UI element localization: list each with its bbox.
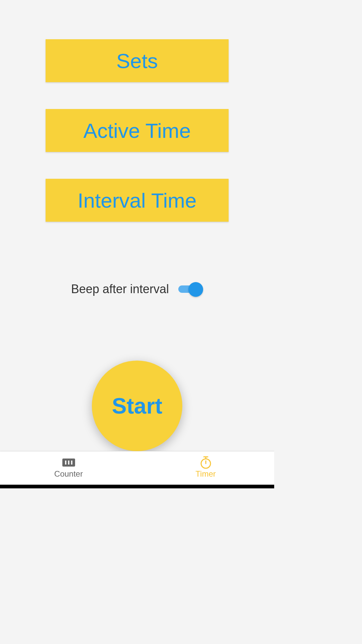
svg-rect-1 <box>65 461 66 465</box>
nav-counter[interactable]: Counter <box>0 451 137 485</box>
interval-time-button[interactable]: Interval Time <box>46 179 229 222</box>
bottom-navigation: Counter Timer <box>0 451 274 485</box>
beep-toggle-row: Beep after interval <box>71 282 203 296</box>
nav-timer-label: Timer <box>195 469 216 479</box>
timer-icon <box>199 457 213 468</box>
interval-time-button-label: Interval Time <box>78 189 197 212</box>
start-button[interactable]: Start <box>92 361 182 451</box>
counter-icon <box>62 457 76 468</box>
beep-toggle-label: Beep after interval <box>71 282 169 296</box>
nav-counter-label: Counter <box>54 469 83 479</box>
sets-button-label: Sets <box>116 49 158 73</box>
active-time-button-label: Active Time <box>83 119 191 143</box>
svg-rect-2 <box>68 461 69 465</box>
beep-toggle-switch[interactable] <box>178 284 203 294</box>
start-button-label: Start <box>112 393 162 419</box>
toggle-thumb <box>188 282 203 297</box>
active-time-button[interactable]: Active Time <box>46 109 229 152</box>
svg-rect-3 <box>71 461 72 465</box>
nav-timer[interactable]: Timer <box>137 451 274 485</box>
system-bottom-bar <box>0 485 274 488</box>
sets-button[interactable]: Sets <box>46 39 229 82</box>
main-content: Sets Active Time Interval Time Beep afte… <box>0 0 274 451</box>
